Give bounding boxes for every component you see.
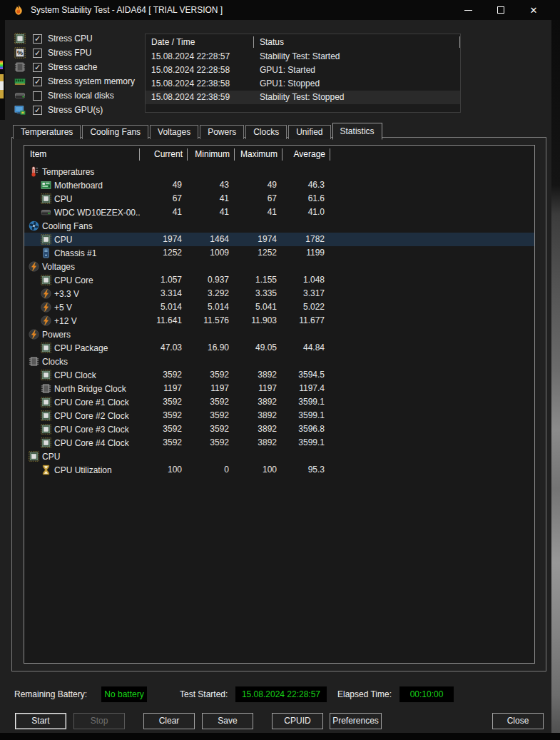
stats-row-cpu-package[interactable]: CPU Package47.0316.9049.0544.84 [24,341,534,355]
stats-column-header-average[interactable]: Average [282,146,330,163]
checkbox-stress-cpu[interactable]: ✓ [33,34,42,44]
stats-item-label: CPU Core #2 Clock [54,411,129,421]
stats-row-cpu-core-1-clock[interactable]: CPU Core #1 Clock3592359238923599.1 [24,395,534,409]
stress-options: ✓Stress CPU%✓Stress FPU✓Stress cache✓Str… [14,31,143,117]
stats-group-clocks[interactable]: Clocks [24,355,534,368]
stats-item-cell: CPU Utilization [24,465,140,475]
close-button[interactable]: Close [492,713,544,729]
stats-item-label: CPU [54,235,72,245]
log-row[interactable]: 15.08.2024 22:28:57Stability Test: Start… [146,50,460,64]
save-button[interactable]: Save [202,713,253,729]
background-icon-sliver [0,74,4,98]
log-column-header-date-time: Date / Time [146,34,254,50]
stats-group-powers[interactable]: Powers [24,328,534,341]
tab-voltages[interactable]: Voltages [150,125,198,139]
start-button[interactable]: Start [15,713,66,729]
stats-row-cpu-core-2-clock[interactable]: CPU Core #2 Clock3592359238923599.1 [24,409,534,422]
stats-group-voltages[interactable]: Voltages [24,260,534,273]
stress-option-label: Stress GPU(s) [48,105,103,115]
stats-item-label: +3.3 V [54,289,79,299]
stats-row-cpu[interactable]: CPU67416761.6 [24,192,534,206]
stats-item-label: +5 V [54,303,72,313]
tab-unified[interactable]: Unified [288,125,330,139]
stats-item-cell: Powers [24,329,140,340]
stats-item-label: CPU Utilization [54,465,112,475]
stats-item-label: North Bridge Clock [54,384,126,394]
tab-statistics[interactable]: Statistics [332,123,382,140]
thermometer-icon [29,166,39,177]
stats-row-cpu-clock[interactable]: CPU Clock3592359238923594.5 [24,368,534,382]
stats-value-cell: 5.014 [188,300,235,314]
cpu-icon [14,33,26,44]
elapsed-time-label: Elapsed Time: [337,689,392,699]
log-column-header-status: Status [254,34,460,50]
event-log-header: Date / TimeStatus [146,34,460,50]
stress-option-label: Stress system memory [48,76,135,86]
stress-option-stress-cache[interactable]: ✓Stress cache [14,60,143,74]
stress-option-stress-fpu[interactable]: %✓Stress FPU [14,46,143,60]
log-row[interactable]: 15.08.2024 22:38:59Stability Test: Stopp… [146,91,460,104]
statistics-table-header: ItemCurrentMinimumMaximumAverage [24,146,534,163]
stats-row-cpu-core-3-clock[interactable]: CPU Core #3 Clock3592359238923596.8 [24,422,534,436]
checkbox-stress-local-disks[interactable] [33,91,42,101]
tab-temperatures[interactable]: Temperatures [13,125,81,139]
stats-item-cell: CPU Package [24,343,140,353]
clear-button[interactable]: Clear [143,713,195,729]
hourglass-icon [41,465,51,475]
stats-item-cell: Clocks [24,356,140,367]
stats-value-cell: 95.3 [282,463,330,477]
minimize-button[interactable] [452,0,484,20]
checkbox-stress-fpu[interactable]: ✓ [33,49,42,58]
stats-group-temperatures[interactable]: Temperatures [24,165,534,178]
log-row[interactable]: 15.08.2024 22:28:58GPU1: Started [146,64,460,77]
stats-row-12-v[interactable]: +12 V11.64111.57611.90311.677 [24,314,534,328]
stats-value-cell: 43 [188,178,235,192]
checkbox-stress-gpu-s[interactable]: ✓ [33,106,42,115]
log-cell: 15.08.2024 22:28:58 [146,64,254,77]
stats-item-cell: Temperatures [24,166,140,177]
stress-option-stress-gpu-s[interactable]: ✓Stress GPU(s) [14,103,143,117]
stats-column-header-item[interactable]: Item [24,146,140,163]
stress-option-stress-system-memory[interactable]: ✓Stress system memory [14,74,143,88]
stats-row-5-v[interactable]: +5 V5.0145.0145.0415.022 [24,300,534,314]
stats-value-cell: 44.84 [282,341,330,355]
stats-value-cell: 67 [140,192,188,206]
stats-value-cell: 1782 [282,233,330,246]
stats-row-3-3-v[interactable]: +3.3 V3.3143.2923.3353.317 [24,287,534,300]
tab-powers[interactable]: Powers [200,125,244,139]
stats-row-wdc-wd10ezex-00[interactable]: WDC WD10EZEX-00...41414141.0 [24,206,534,219]
statistics-tab-page: ItemCurrentMinimumMaximumAverage Tempera… [11,137,546,671]
stats-row-cpu-core-4-clock[interactable]: CPU Core #4 Clock3592359238923599.1 [24,436,534,450]
stats-value-cell: 3592 [140,368,188,382]
stats-group-cooling-fans[interactable]: Cooling Fans [24,219,534,233]
cpu-icon [29,451,39,462]
stats-row-chassis-1[interactable]: Chassis #11252100912521199 [24,246,534,260]
stats-row-motherboard[interactable]: Motherboard49434946.3 [24,178,534,192]
desktop-wallpaper-strip [551,0,560,740]
checkbox-stress-cache[interactable]: ✓ [33,63,42,72]
stats-row-cpu-utilization[interactable]: CPU Utilization100010095.3 [24,463,534,477]
stats-item-cell: +5 V [24,302,140,313]
cpuid-button[interactable]: CPUID [272,713,323,729]
stress-option-stress-local-disks[interactable]: Stress local disks [14,88,143,103]
close-window-button[interactable]: ✕ [517,0,550,20]
stress-option-stress-cpu[interactable]: ✓Stress CPU [14,31,143,46]
tab-clocks[interactable]: Clocks [245,125,287,139]
checkbox-stress-system-memory[interactable]: ✓ [33,77,42,86]
stats-row-north-bridge-clock[interactable]: North Bridge Clock1197119711971197.4 [24,382,534,395]
log-row[interactable]: 15.08.2024 22:38:58GPU1: Stopped [146,77,460,91]
stats-row-cpu-core[interactable]: CPU Core1.0570.9371.1551.048 [24,273,534,287]
maximize-button[interactable] [484,0,517,20]
tab-cooling-fans[interactable]: Cooling Fans [82,125,148,139]
stats-row-cpu[interactable]: CPU1974146419741782 [24,233,534,246]
stats-column-header-current[interactable]: Current [140,146,188,163]
gpu-icon [14,104,26,116]
stats-group-cpu[interactable]: CPU [24,450,534,463]
stats-column-header-minimum[interactable]: Minimum [188,146,235,163]
stats-value-cell: 67 [235,192,282,206]
stats-column-header-maximum[interactable]: Maximum [235,146,282,163]
stats-value-cell: 3596.8 [282,422,330,436]
stats-value-cell: 3.317 [282,287,330,300]
preferences-button[interactable]: Preferences [330,713,382,729]
stats-value-cell: 3592 [140,422,188,436]
